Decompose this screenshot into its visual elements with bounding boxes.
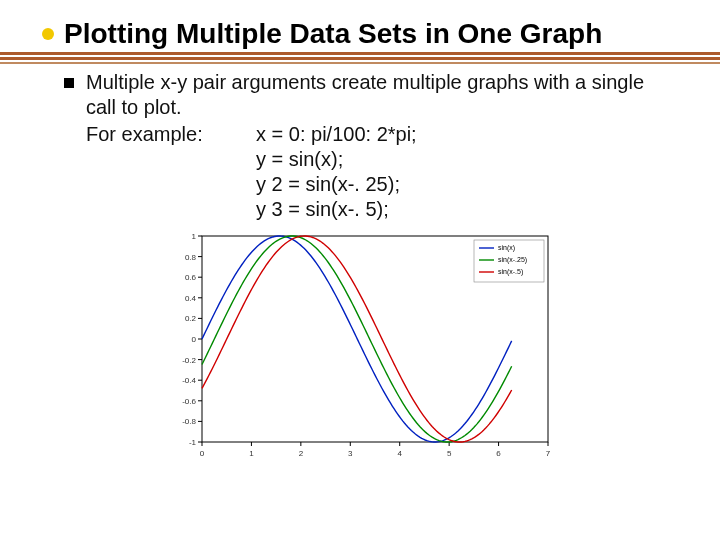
- code-line: y = sin(x);: [256, 147, 417, 172]
- svg-text:3: 3: [348, 449, 353, 458]
- svg-text:-0.4: -0.4: [182, 376, 196, 385]
- page-title: Plotting Multiple Data Sets in One Graph: [64, 18, 602, 50]
- svg-text:0.4: 0.4: [185, 294, 197, 303]
- square-bullet-icon: [64, 78, 74, 88]
- svg-text:4: 4: [397, 449, 402, 458]
- svg-text:2: 2: [299, 449, 304, 458]
- divider-rule: [0, 52, 720, 64]
- svg-text:0: 0: [200, 449, 205, 458]
- title-bullet-icon: [42, 28, 54, 40]
- svg-text:-1: -1: [189, 438, 197, 447]
- code-block: x = 0: pi/100: 2*pi; y = sin(x); y 2 = s…: [256, 122, 417, 222]
- code-line: y 3 = sin(x-. 5);: [256, 197, 417, 222]
- svg-text:7: 7: [546, 449, 551, 458]
- svg-text:0.8: 0.8: [185, 253, 197, 262]
- code-line: x = 0: pi/100: 2*pi;: [256, 122, 417, 147]
- svg-text:1: 1: [249, 449, 254, 458]
- svg-text:5: 5: [447, 449, 452, 458]
- svg-text:0.2: 0.2: [185, 315, 197, 324]
- svg-text:1: 1: [192, 232, 197, 241]
- example-label: For example:: [86, 122, 256, 222]
- body-bullet-text: Multiple x-y pair arguments create multi…: [86, 70, 670, 120]
- svg-text:sin(x): sin(x): [498, 244, 515, 252]
- svg-text:sin(x-.5): sin(x-.5): [498, 268, 523, 276]
- chart: -1-0.8-0.6-0.4-0.200.20.40.60.8101234567…: [160, 226, 560, 466]
- svg-text:sin(x-.25): sin(x-.25): [498, 256, 527, 264]
- svg-text:0.6: 0.6: [185, 273, 197, 282]
- svg-text:-0.2: -0.2: [182, 356, 196, 365]
- svg-text:0: 0: [192, 335, 197, 344]
- svg-text:-0.6: -0.6: [182, 397, 196, 406]
- svg-text:6: 6: [496, 449, 501, 458]
- svg-text:-0.8: -0.8: [182, 418, 196, 427]
- code-line: y 2 = sin(x-. 25);: [256, 172, 417, 197]
